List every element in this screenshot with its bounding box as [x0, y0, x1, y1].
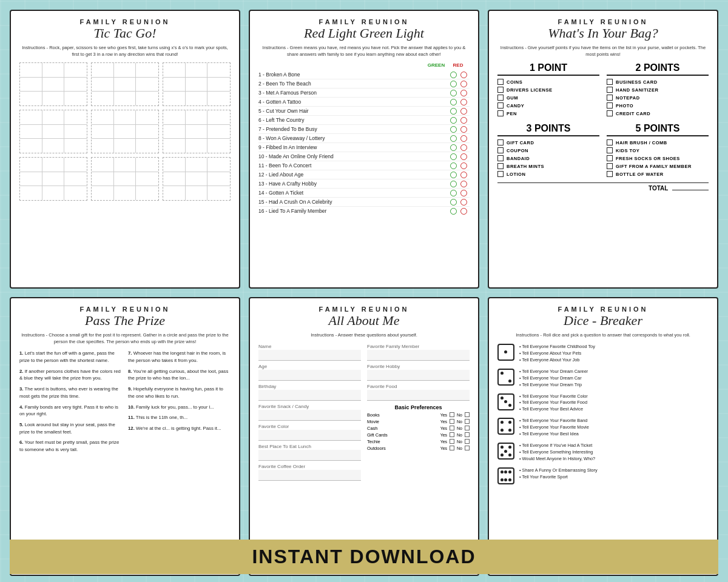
bag-item: HAIR BRUSH / COMB [607, 139, 709, 146]
about-field-value[interactable] [258, 470, 361, 481]
about-field-label: Favorite Hobby [367, 364, 470, 369]
prize-number: 4. [19, 404, 24, 410]
about-field-value[interactable] [258, 430, 361, 441]
rlgl-circles [450, 126, 470, 133]
rlgl-item-text: 8 - Won A Giveaway / Lottery [258, 135, 450, 141]
prize-col-left: 1. Let's start the fun off with a game, … [19, 350, 122, 457]
green-circle [450, 208, 457, 215]
bag-item: CREDIT CARD [607, 110, 709, 116]
yes-checkbox [450, 446, 454, 450]
bag-section: 2 POINTS BUSINESS CARD HAND SANITIZER NO… [607, 62, 709, 118]
bag-item: COINS [497, 79, 599, 85]
bag-total: TOTAL [497, 182, 709, 192]
about-field-label: Birthday [258, 384, 361, 389]
dice-item: • Tell Everyone Your Best Idea [519, 431, 589, 438]
die-dot [500, 396, 504, 400]
dice-item: • Tell Everyone Your Favorite Food [519, 400, 588, 406]
bag-item: PEN [497, 110, 599, 116]
about-me-right: Favorite Family Member Favorite Hobby Fa… [367, 344, 470, 484]
about-field-left: Favorite Coffee Order [258, 464, 361, 481]
dice-item: • Tell Everyone Your Dream Trip [519, 382, 588, 389]
about-field-value[interactable] [367, 390, 470, 401]
green-circle [450, 117, 457, 124]
dice-row: • Tell Everyone Your Favorite Color• Tel… [497, 393, 709, 413]
dice-item: • Tell Everyone About Your Job [519, 357, 595, 364]
dice-item: • Tell Everyone Your Favorite Movie [519, 424, 589, 431]
pref-label: Techie [367, 439, 438, 444]
bag-section-title: 1 POINT [497, 62, 599, 76]
bag-item-label: KIDS TOY [616, 148, 639, 153]
dice-content: • Tell Everyone Favorite Childhood Toy• … [497, 344, 709, 484]
bag-item-label: PHOTO [616, 103, 633, 109]
tictac-cell-6 [163, 110, 231, 153]
no-label: No [457, 413, 462, 417]
dice-row: • Tell Everyone If You've Had A Ticket• … [497, 443, 709, 463]
die-dot [508, 446, 511, 449]
die-dot [508, 421, 511, 424]
bag-item-label: GUM [507, 95, 518, 101]
die-dot [500, 470, 504, 473]
prize-number: 8. [128, 369, 132, 374]
bag-section: 3 POINTS GIFT CARD COUPON BANDAID BREATH… [497, 123, 599, 179]
about-field-value[interactable] [367, 370, 470, 381]
about-field-label: Favorite Food [367, 384, 470, 389]
about-field-value[interactable] [258, 450, 361, 461]
dice-item: • Tell Everyone If You've Had A Ticket [519, 443, 595, 449]
yes-label: Yes [440, 446, 447, 450]
red-circle [460, 117, 467, 124]
bag-item: KIDS TOY [607, 147, 709, 153]
card-6-instructions: Instructions - Roll dice and pick a ques… [497, 332, 709, 339]
dice-items: • Share A Funny Or Embarrassing Story• T… [519, 467, 598, 481]
bag-item: DRIVERS LICENSE [497, 87, 599, 93]
red-circle [460, 108, 467, 115]
bag-checkbox [607, 155, 613, 161]
rlgl-item-text: 10 - Made An Online Only Friend [258, 153, 450, 159]
bag-grid: 1 POINT COINS DRIVERS LICENSE GUM CANDY … [497, 62, 709, 179]
tictac-cell-5 [91, 110, 159, 153]
pref-row: Techie Yes No [367, 439, 470, 444]
die-dot [500, 429, 504, 432]
about-field-label: Favorite Snack / Candy [258, 404, 361, 409]
die-dot [508, 478, 511, 481]
bag-section-title: 5 POINTS [607, 123, 709, 136]
no-checkbox [465, 419, 470, 424]
yes-label: Yes [440, 433, 447, 437]
tictac-grid [19, 62, 231, 201]
tictac-cell-3 [163, 62, 231, 106]
about-field-value[interactable] [367, 350, 470, 361]
card-2-header: FAMILY REUNION Red Light Green Light [258, 18, 470, 41]
prize-item: 5. Look around but stay in your seat, pa… [19, 421, 122, 435]
prize-item: 7. Whoever has the longest hair in the r… [128, 350, 231, 364]
rlgl-item-text: 12 - Lied About Age [258, 172, 450, 178]
dice-item: • Tell Everyone Your Dream Career [519, 369, 588, 375]
die-dot [508, 470, 511, 473]
rlgl-circles [450, 108, 470, 115]
about-field-value[interactable] [258, 390, 361, 401]
dice-face [497, 344, 514, 361]
about-field-left: Best Place To Eat Lunch [258, 444, 361, 461]
about-me-left: Name Age Birthday Favorite Snack / Candy… [258, 344, 361, 484]
yes-label: Yes [440, 413, 447, 417]
about-field-value[interactable] [258, 370, 361, 381]
prize-number: 1. [19, 350, 24, 356]
card-1-header: FAMILY REUNION Tic Tac Go! [19, 18, 231, 41]
dice-item: • Share A Funny Or Embarrassing Story [519, 467, 598, 474]
rlgl-row: 5 - Cut Your Own Hair [258, 107, 470, 116]
tictac-cell-7 [19, 157, 87, 201]
about-field-label: Favorite Coffee Order [258, 464, 361, 469]
pref-label: Cash [367, 426, 438, 431]
rlgl-item-text: 15 - Had A Crush On A Celebrity [258, 199, 450, 205]
bag-checkbox [607, 139, 613, 146]
about-field-value[interactable] [258, 350, 361, 361]
bag-item: FRESH SOCKS OR SHOES [607, 155, 709, 161]
dice-item: • Tell Everyone About Your Pets [519, 350, 595, 357]
bag-item: PHOTO [607, 102, 709, 109]
prize-number: 9. [128, 386, 132, 392]
no-checkbox [465, 412, 470, 417]
card-4-instructions: Instructions - Choose a small gift for t… [19, 332, 231, 345]
prize-item: 9. Hopefully everyone is having fun, pas… [128, 386, 231, 400]
bag-checkbox [497, 155, 504, 161]
about-field-value[interactable] [258, 410, 361, 421]
bag-item: NOTEPAD [607, 95, 709, 101]
rlgl-item-text: 7 - Pretended To Be Busy [258, 126, 450, 132]
